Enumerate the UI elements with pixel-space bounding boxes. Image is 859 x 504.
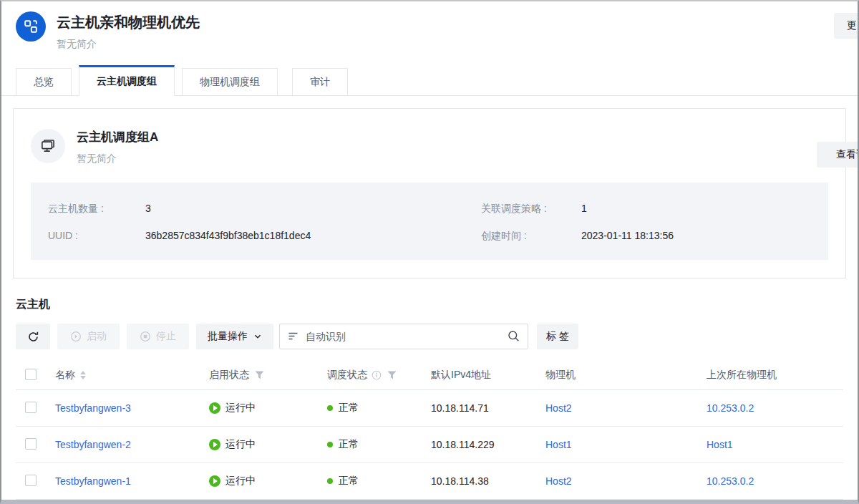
funnel-filter-icon[interactable]	[387, 371, 397, 379]
running-play-icon	[209, 475, 220, 487]
select-all-checkbox[interactable]	[25, 369, 37, 380]
col-sched-state-label: 调度状态	[327, 369, 367, 382]
info-value: 1	[581, 202, 587, 215]
vm-ip: 10.18.114.229	[431, 439, 495, 450]
app-window: 云主机亲和物理机优先 暂无简介 更多 总览 云主机调度组 物理机调度组 审计 云…	[0, 0, 859, 504]
enable-state-text: 运行中	[225, 475, 256, 488]
running-play-icon	[209, 439, 220, 450]
host-link[interactable]: Host2	[545, 475, 572, 487]
page-subtitle: 暂无简介	[57, 38, 200, 51]
col-last-host-label: 上次所在物理机	[707, 369, 777, 382]
play-circle-icon	[70, 331, 82, 342]
host-link[interactable]: Host1	[545, 439, 572, 450]
info-vm-count: 云主机数量 : 3	[48, 202, 430, 215]
vm-monitors-icon	[31, 129, 65, 163]
vm-ip: 10.18.114.71	[431, 402, 489, 414]
group-subtitle: 暂无简介	[77, 152, 158, 165]
group-title: 云主机调度组A	[77, 129, 158, 146]
start-button-label: 启动	[87, 330, 107, 343]
vm-toolbar: 启动 停止 批量操作	[16, 324, 843, 349]
vm-table: 名称 启用状态 调度状态	[1, 361, 858, 500]
last-host-link[interactable]: 10.253.0.2	[707, 475, 754, 487]
info-label: 云主机数量 :	[48, 202, 145, 215]
info-label: 关联调度策略 :	[481, 202, 581, 215]
info-circle-icon[interactable]	[372, 370, 382, 380]
start-button[interactable]: 启动	[57, 324, 120, 349]
enable-state-text: 运行中	[225, 402, 256, 415]
row-checkbox[interactable]	[25, 475, 37, 486]
scheduling-group-card: 云主机调度组A 暂无简介 云主机数量 : 3 关联调度策略 : 1 UUID :…	[13, 108, 846, 278]
tab-audit[interactable]: 审计	[292, 68, 348, 95]
col-host-label: 物理机	[545, 369, 576, 382]
stop-circle-icon	[140, 331, 151, 342]
sort-icon[interactable]	[80, 371, 86, 379]
chevron-down-icon	[253, 332, 262, 341]
sched-state-text: 正常	[339, 475, 359, 488]
info-uuid: UUID : 36b2857c834f43f9bf38eb1c18f1dec4	[48, 229, 430, 242]
status-dot-icon	[327, 478, 333, 484]
group-info-strip: 云主机数量 : 3 关联调度策略 : 1 UUID : 36b2857c834f…	[31, 183, 828, 260]
info-label: UUID :	[48, 229, 145, 242]
last-host-link[interactable]: Host1	[707, 439, 733, 450]
enable-state-text: 运行中	[225, 438, 256, 451]
vm-ip: 10.18.114.38	[431, 475, 489, 487]
row-checkbox[interactable]	[25, 402, 37, 413]
info-value: 2023-01-11 18:13:56	[581, 229, 674, 242]
tab-bar: 总览 云主机调度组 物理机调度组 审计	[1, 65, 858, 96]
row-checkbox[interactable]	[25, 438, 37, 450]
vm-name-link[interactable]: Testbyfangwen-3	[55, 402, 131, 414]
vm-name-link[interactable]: Testbyfangwen-2	[55, 439, 131, 450]
search-icon[interactable]	[508, 330, 520, 345]
tab-overview[interactable]: 总览	[16, 68, 72, 95]
sched-state-text: 正常	[339, 438, 359, 451]
info-label: 创建时间 :	[481, 229, 581, 242]
host-link[interactable]: Host2	[545, 402, 572, 414]
table-row: Testbyfangwen-1 运行中 正常 10.18.114.38 Host…	[16, 463, 843, 500]
col-ip-label: 默认IPv4地址	[431, 369, 491, 382]
page-title: 云主机亲和物理机优先	[57, 11, 200, 33]
info-policy-count: 关联调度策略 : 1	[430, 202, 811, 215]
refresh-button[interactable]	[16, 324, 50, 349]
status-dot-icon	[327, 405, 333, 411]
table-row: Testbyfangwen-3 运行中 正常 10.18.114.71 Host…	[16, 390, 843, 427]
info-value: 36b2857c834f43f9bf38eb1c18f1dec4	[145, 229, 311, 242]
search-input[interactable]	[279, 324, 528, 349]
info-create-time: 创建时间 : 2023-01-11 18:13:56	[430, 229, 811, 242]
tab-host-scheduling-group[interactable]: 物理机调度组	[182, 68, 278, 95]
search-box	[279, 324, 528, 349]
status-dot-icon	[327, 442, 333, 447]
col-enable-state-label: 启用状态	[209, 369, 249, 382]
last-host-link[interactable]: 10.253.0.2	[707, 402, 754, 414]
more-button[interactable]: 更多	[834, 13, 859, 39]
batch-actions-button[interactable]: 批量操作	[196, 324, 273, 349]
table-row: Testbyfangwen-2 运行中 正常 10.18.114.229 Hos…	[16, 427, 843, 463]
stop-button[interactable]: 停止	[127, 324, 189, 349]
batch-actions-label: 批量操作	[208, 330, 248, 343]
table-header-row: 名称 启用状态 调度状态	[16, 361, 843, 390]
view-detail-button[interactable]: 查看详情	[817, 142, 859, 168]
col-name-label: 名称	[55, 369, 75, 382]
refresh-icon	[27, 331, 39, 343]
tag-button[interactable]: 标 签	[537, 324, 578, 349]
info-value: 3	[145, 202, 151, 215]
tab-vm-scheduling-group[interactable]: 云主机调度组	[79, 65, 175, 96]
vm-section-title: 云主机	[16, 297, 843, 312]
stop-button-label: 停止	[156, 330, 176, 343]
running-play-icon	[209, 402, 220, 414]
filter-lines-icon	[288, 331, 299, 344]
page-header: 云主机亲和物理机优先 暂无简介	[1, 1, 858, 51]
funnel-filter-icon[interactable]	[255, 371, 264, 379]
sched-state-text: 正常	[339, 402, 359, 415]
vm-name-link[interactable]: Testbyfangwen-1	[55, 475, 131, 487]
scheduler-group-icon	[16, 11, 46, 42]
